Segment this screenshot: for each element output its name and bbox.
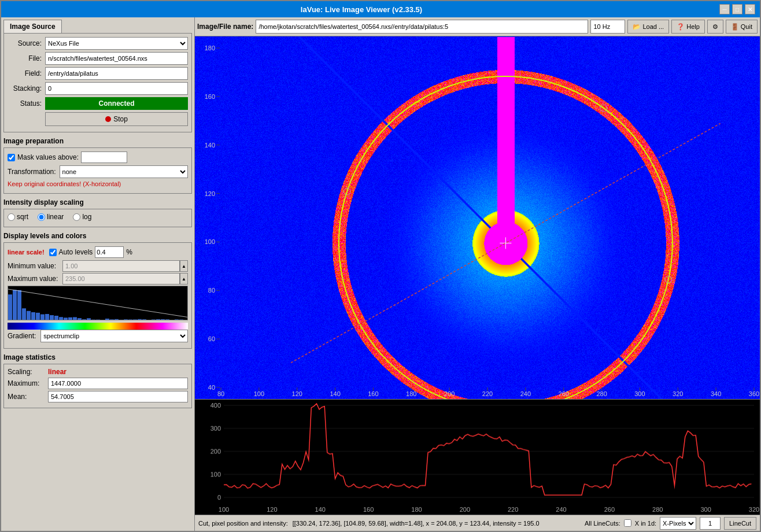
right-panel: Image/File name: 📂 Load ... ❓ Help ⚙ 🚪 Q… [195,17,760,531]
sqrt-radio-item: sqrt [8,213,28,221]
cut-info: [[330.24, 172.36], [104.89, 59.68], widt… [293,520,580,527]
min-label: Minimum value: [8,262,62,270]
window-controls: ─ □ ✕ [719,4,755,14]
all-linecuts-checkbox[interactable] [624,519,631,527]
scale-warning: linear scale! [8,249,45,256]
stacking-input[interactable] [45,82,188,95]
stacking-label: Stacking: [8,84,45,93]
gradient-select[interactable]: spectrumclip spectrum thermal grey [40,330,188,342]
max-stat-row: Maximum: [8,378,188,389]
mask-row: Mask values above: [8,152,188,163]
gradient-label: Gradient: [8,332,36,340]
stop-row: Stop [8,112,188,126]
image-source-tab-header[interactable]: Image Source [3,20,62,33]
status-badge: Connected [45,97,188,110]
display-levels-title: Display levels and colors [3,232,192,240]
image-source-tab: Image Source Source: NeXus File File: Fi… [3,20,192,135]
scaling-stat-label: Scaling: [8,368,48,376]
all-linecuts-label: All LineCuts: [585,520,620,527]
linecut-button[interactable]: LineCut [724,517,756,530]
auto-levels-checkbox[interactable] [49,249,57,256]
linecut-num-input[interactable] [700,517,721,530]
file-input[interactable] [45,52,188,65]
auto-levels-input[interactable] [95,246,124,258]
transform-row: Transformation: none flip (horizontal) f… [8,165,188,178]
display-levels-section: linear scale! Auto levels % Minimum valu… [3,242,192,349]
scaling-stat-row: Scaling: linear [8,368,188,376]
percent-label: % [126,248,132,256]
quit-button[interactable]: 🚪 Quit [726,20,758,34]
titlebar: laVue: Live Image Viewer (v2.33.5) ─ □ ✕ [1,1,760,17]
transform-select[interactable]: none flip (horizontal) flip (vertical) [60,165,188,178]
image-stats-section: Scaling: linear Maximum: Mean: [3,364,192,408]
linear-radio[interactable] [38,213,45,221]
close-button[interactable]: ✕ [745,4,755,14]
sqrt-label: sqrt [17,213,28,221]
chart-canvas [195,400,760,515]
freq-input[interactable] [590,20,625,34]
minimize-button[interactable]: ─ [719,4,730,14]
mask-input[interactable] [81,152,127,163]
min-arrow[interactable]: ▲ [180,260,188,272]
max-stat-label: Maximum: [8,379,48,387]
mean-stat-input[interactable] [48,391,188,402]
mean-stat-label: Mean: [8,393,48,401]
stop-label: Stop [113,115,128,123]
max-label: Maximum value: [8,275,62,283]
scale-row: linear scale! Auto levels % [8,246,188,258]
coords-warning: Keep original coordinates! (X-horizontal… [8,180,188,187]
histogram-canvas [8,286,188,320]
field-input[interactable] [45,67,188,80]
stacking-row: Stacking: [8,82,188,95]
file-name-input[interactable] [256,20,588,34]
quit-label: Quit [741,23,752,30]
max-input[interactable] [62,273,180,285]
mean-stat-row: Mean: [8,391,188,402]
image-stats-title: Image statistics [3,353,192,361]
min-row: Minimum value: ▲ [8,260,188,272]
status-label: Status: [8,99,45,108]
min-input[interactable] [62,260,180,272]
cut-label: Cut, pixel position and intensity: [198,520,288,527]
status-row: Status: Connected [8,97,188,110]
stop-button[interactable]: Stop [45,112,188,126]
transform-label: Transformation: [8,168,56,176]
log-radio[interactable] [73,213,80,221]
restore-button[interactable]: □ [732,4,742,14]
top-toolbar: Image/File name: 📂 Load ... ❓ Help ⚙ 🚪 Q… [195,17,760,36]
histogram-area [8,286,188,320]
source-label: Source: [8,39,45,47]
help-button[interactable]: ❓ Help [671,20,705,34]
sqrt-radio[interactable] [8,213,15,221]
intensity-section: sqrt linear log [3,209,192,227]
gradient-row: Gradient: spectrumclip spectrum thermal … [8,330,188,342]
file-row: File: [8,52,188,65]
log-radio-item: log [73,213,91,221]
image-container[interactable] [195,36,760,399]
x-in-1d-select[interactable]: X-Pixels X-mm 2-Theta [660,517,696,530]
load-button[interactable]: 📂 Load ... [627,20,669,34]
main-image-canvas[interactable] [195,36,760,399]
bottom-chart [195,399,760,515]
linecut-controls: All LineCuts: X in 1d: X-Pixels X-mm 2-T… [585,517,756,530]
linear-label: linear [47,213,64,221]
mask-label: Mask values above: [17,153,79,161]
image-prep-title: Image preparation [3,137,192,145]
scaling-radio-group: sqrt linear log [8,213,188,221]
source-select[interactable]: NeXus File [45,37,188,50]
linear-radio-item: linear [38,213,64,221]
settings-button[interactable]: ⚙ [707,20,723,34]
quit-icon: 🚪 [731,23,739,31]
max-stat-input[interactable] [48,378,188,389]
file-label: File: [8,54,45,62]
source-row: Source: NeXus File [8,37,188,50]
image-source-section: Source: NeXus File File: Field: [3,33,192,132]
field-label: Field: [8,69,45,77]
mask-checkbox[interactable] [8,154,15,161]
gradient-bar [8,323,188,330]
scaling-stat-value: linear [48,368,67,376]
load-icon: 📂 [633,23,641,31]
settings-icon: ⚙ [712,23,718,31]
max-arrow[interactable]: ▲ [180,273,188,285]
bottom-status-bar: Cut, pixel position and intensity: [[330… [195,515,760,531]
